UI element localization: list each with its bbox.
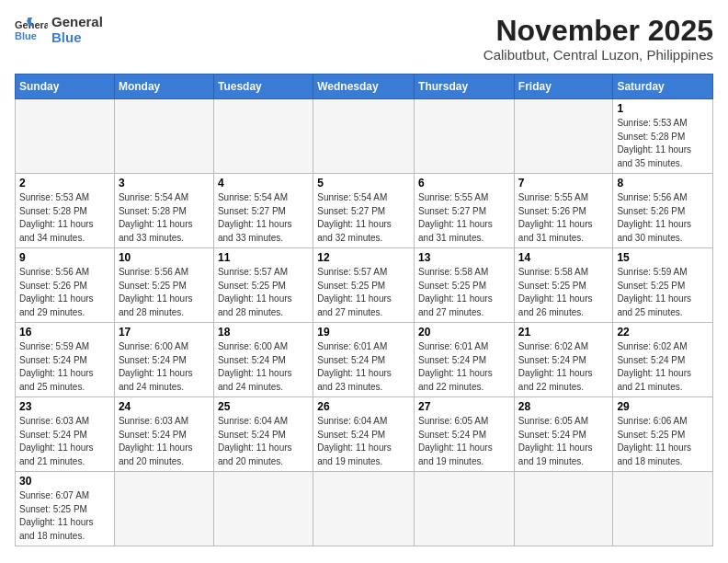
calendar-cell: 14Sunrise: 5:58 AM Sunset: 5:25 PM Dayli… bbox=[514, 248, 613, 323]
day-number: 22 bbox=[617, 326, 709, 339]
day-info: Sunrise: 5:56 AM Sunset: 5:26 PM Dayligh… bbox=[617, 191, 709, 245]
calendar-week-4: 16Sunrise: 5:59 AM Sunset: 5:24 PM Dayli… bbox=[16, 323, 713, 397]
calendar-week-1: 1Sunrise: 5:53 AM Sunset: 5:28 PM Daylig… bbox=[16, 99, 713, 174]
day-info: Sunrise: 5:58 AM Sunset: 5:25 PM Dayligh… bbox=[518, 266, 609, 319]
calendar-cell bbox=[213, 99, 313, 174]
calendar-cell bbox=[114, 99, 213, 174]
day-number: 6 bbox=[418, 177, 510, 190]
location-title: Calibutbut, Central Luzon, Philippines bbox=[483, 47, 713, 63]
day-number: 1 bbox=[617, 102, 709, 115]
day-number: 14 bbox=[518, 251, 609, 264]
day-number: 24 bbox=[119, 400, 210, 413]
day-number: 26 bbox=[317, 400, 410, 413]
day-info: Sunrise: 5:58 AM Sunset: 5:25 PM Dayligh… bbox=[418, 266, 510, 319]
day-info: Sunrise: 5:59 AM Sunset: 5:25 PM Dayligh… bbox=[617, 266, 709, 319]
svg-text:Blue: Blue bbox=[15, 30, 37, 41]
day-number: 3 bbox=[119, 177, 210, 190]
header-day-tuesday: Tuesday bbox=[213, 75, 313, 99]
month-title: November 2025 bbox=[483, 15, 713, 47]
calendar-cell: 1Sunrise: 5:53 AM Sunset: 5:28 PM Daylig… bbox=[613, 99, 713, 174]
calendar-week-5: 23Sunrise: 6:03 AM Sunset: 5:24 PM Dayli… bbox=[16, 397, 713, 472]
day-info: Sunrise: 6:04 AM Sunset: 5:24 PM Dayligh… bbox=[317, 415, 410, 468]
day-info: Sunrise: 6:00 AM Sunset: 5:24 PM Dayligh… bbox=[218, 340, 309, 394]
day-number: 21 bbox=[518, 326, 609, 339]
calendar-cell: 27Sunrise: 6:05 AM Sunset: 5:24 PM Dayli… bbox=[415, 397, 515, 472]
calendar-cell: 11Sunrise: 5:57 AM Sunset: 5:25 PM Dayli… bbox=[213, 248, 313, 323]
day-info: Sunrise: 5:55 AM Sunset: 5:27 PM Dayligh… bbox=[418, 191, 510, 245]
day-number: 7 bbox=[518, 177, 609, 190]
day-info: Sunrise: 5:54 AM Sunset: 5:27 PM Dayligh… bbox=[218, 191, 309, 245]
day-info: Sunrise: 5:54 AM Sunset: 5:28 PM Dayligh… bbox=[119, 191, 210, 245]
calendar-week-2: 2Sunrise: 5:53 AM Sunset: 5:28 PM Daylig… bbox=[16, 174, 713, 248]
day-info: Sunrise: 5:54 AM Sunset: 5:27 PM Dayligh… bbox=[317, 191, 410, 245]
calendar-cell bbox=[114, 472, 213, 546]
day-info: Sunrise: 5:56 AM Sunset: 5:25 PM Dayligh… bbox=[119, 266, 210, 319]
day-info: Sunrise: 5:53 AM Sunset: 5:28 PM Dayligh… bbox=[19, 191, 110, 245]
calendar-cell: 13Sunrise: 5:58 AM Sunset: 5:25 PM Dayli… bbox=[415, 248, 515, 323]
calendar-cell: 30Sunrise: 6:07 AM Sunset: 5:25 PM Dayli… bbox=[16, 472, 115, 546]
calendar-cell: 25Sunrise: 6:04 AM Sunset: 5:24 PM Dayli… bbox=[213, 397, 313, 472]
calendar-cell bbox=[514, 99, 613, 174]
day-number: 12 bbox=[317, 251, 410, 264]
day-info: Sunrise: 5:59 AM Sunset: 5:24 PM Dayligh… bbox=[19, 340, 110, 394]
day-info: Sunrise: 5:57 AM Sunset: 5:25 PM Dayligh… bbox=[218, 266, 309, 319]
calendar-cell bbox=[313, 99, 415, 174]
day-info: Sunrise: 6:03 AM Sunset: 5:24 PM Dayligh… bbox=[119, 415, 210, 468]
day-info: Sunrise: 5:55 AM Sunset: 5:26 PM Dayligh… bbox=[518, 191, 609, 245]
calendar-cell: 7Sunrise: 5:55 AM Sunset: 5:26 PM Daylig… bbox=[514, 174, 613, 248]
calendar-cell bbox=[415, 99, 515, 174]
calendar-cell: 24Sunrise: 6:03 AM Sunset: 5:24 PM Dayli… bbox=[114, 397, 213, 472]
logo-blue-text: Blue bbox=[51, 30, 103, 46]
calendar-cell: 8Sunrise: 5:56 AM Sunset: 5:26 PM Daylig… bbox=[613, 174, 713, 248]
day-info: Sunrise: 6:05 AM Sunset: 5:24 PM Dayligh… bbox=[518, 415, 609, 468]
header-day-saturday: Saturday bbox=[613, 75, 713, 99]
calendar-cell: 26Sunrise: 6:04 AM Sunset: 5:24 PM Dayli… bbox=[313, 397, 415, 472]
day-info: Sunrise: 6:05 AM Sunset: 5:24 PM Dayligh… bbox=[418, 415, 510, 468]
day-info: Sunrise: 6:01 AM Sunset: 5:24 PM Dayligh… bbox=[317, 340, 410, 394]
day-number: 10 bbox=[119, 251, 210, 264]
day-number: 4 bbox=[218, 177, 309, 190]
day-number: 20 bbox=[418, 326, 510, 339]
calendar-cell: 23Sunrise: 6:03 AM Sunset: 5:24 PM Dayli… bbox=[16, 397, 115, 472]
day-info: Sunrise: 5:53 AM Sunset: 5:28 PM Dayligh… bbox=[617, 117, 709, 170]
calendar-cell: 19Sunrise: 6:01 AM Sunset: 5:24 PM Dayli… bbox=[313, 323, 415, 397]
day-info: Sunrise: 5:56 AM Sunset: 5:26 PM Dayligh… bbox=[19, 266, 110, 319]
day-info: Sunrise: 6:02 AM Sunset: 5:24 PM Dayligh… bbox=[617, 340, 709, 394]
day-number: 11 bbox=[218, 251, 309, 264]
day-info: Sunrise: 6:04 AM Sunset: 5:24 PM Dayligh… bbox=[218, 415, 309, 468]
calendar-cell: 3Sunrise: 5:54 AM Sunset: 5:28 PM Daylig… bbox=[114, 174, 213, 248]
calendar-cell: 4Sunrise: 5:54 AM Sunset: 5:27 PM Daylig… bbox=[213, 174, 313, 248]
calendar-cell: 18Sunrise: 6:00 AM Sunset: 5:24 PM Dayli… bbox=[213, 323, 313, 397]
day-number: 25 bbox=[218, 400, 309, 413]
calendar-cell: 2Sunrise: 5:53 AM Sunset: 5:28 PM Daylig… bbox=[16, 174, 115, 248]
day-info: Sunrise: 6:06 AM Sunset: 5:25 PM Dayligh… bbox=[617, 415, 709, 468]
day-number: 30 bbox=[19, 475, 110, 488]
day-number: 8 bbox=[617, 177, 709, 190]
logo-general-text: General bbox=[51, 15, 103, 30]
title-block: November 2025 Calibutbut, Central Luzon,… bbox=[483, 15, 713, 63]
day-number: 5 bbox=[317, 177, 410, 190]
calendar-cell: 9Sunrise: 5:56 AM Sunset: 5:26 PM Daylig… bbox=[16, 248, 115, 323]
day-number: 15 bbox=[617, 251, 709, 264]
calendar-cell: 17Sunrise: 6:00 AM Sunset: 5:24 PM Dayli… bbox=[114, 323, 213, 397]
header-day-sunday: Sunday bbox=[16, 75, 115, 99]
calendar-cell: 5Sunrise: 5:54 AM Sunset: 5:27 PM Daylig… bbox=[313, 174, 415, 248]
calendar-cell bbox=[613, 472, 713, 546]
calendar-cell: 29Sunrise: 6:06 AM Sunset: 5:25 PM Dayli… bbox=[613, 397, 713, 472]
day-number: 9 bbox=[19, 251, 110, 264]
calendar-table: SundayMondayTuesdayWednesdayThursdayFrid… bbox=[15, 74, 713, 546]
day-number: 16 bbox=[19, 326, 110, 339]
day-info: Sunrise: 5:57 AM Sunset: 5:25 PM Dayligh… bbox=[317, 266, 410, 319]
day-number: 23 bbox=[19, 400, 110, 413]
calendar-week-6: 30Sunrise: 6:07 AM Sunset: 5:25 PM Dayli… bbox=[16, 472, 713, 546]
header-day-monday: Monday bbox=[114, 75, 213, 99]
calendar-cell: 20Sunrise: 6:01 AM Sunset: 5:24 PM Dayli… bbox=[415, 323, 515, 397]
calendar-cell bbox=[313, 472, 415, 546]
calendar-week-3: 9Sunrise: 5:56 AM Sunset: 5:26 PM Daylig… bbox=[16, 248, 713, 323]
calendar-cell: 15Sunrise: 5:59 AM Sunset: 5:25 PM Dayli… bbox=[613, 248, 713, 323]
calendar-cell bbox=[514, 472, 613, 546]
calendar-cell: 22Sunrise: 6:02 AM Sunset: 5:24 PM Dayli… bbox=[613, 323, 713, 397]
day-info: Sunrise: 6:01 AM Sunset: 5:24 PM Dayligh… bbox=[418, 340, 510, 394]
calendar-cell: 28Sunrise: 6:05 AM Sunset: 5:24 PM Dayli… bbox=[514, 397, 613, 472]
day-number: 2 bbox=[19, 177, 110, 190]
